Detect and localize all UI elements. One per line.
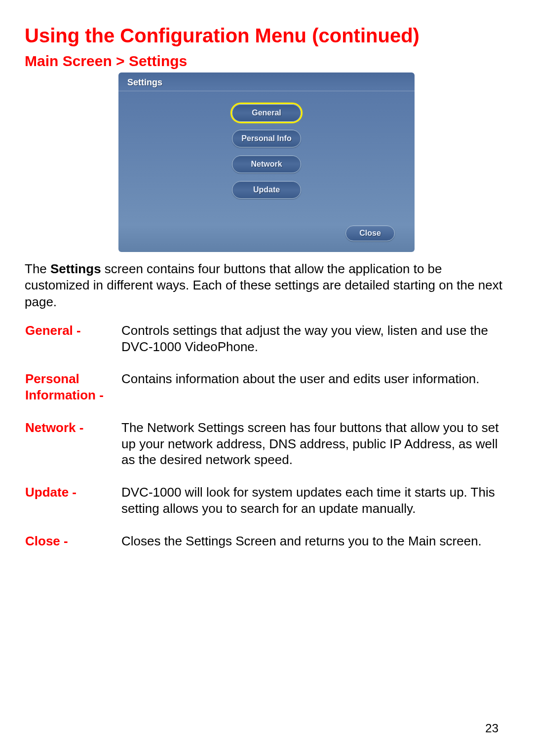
desc-label-close: Close - (25, 533, 121, 549)
desc-label-network: Network - (25, 419, 121, 484)
desc-row-update: Update - DVC-1000 will look for system u… (25, 484, 508, 533)
desc-text-network: The Network Settings screen has four but… (121, 419, 508, 484)
desc-text-close: Closes the Settings Screen and returns y… (121, 533, 508, 549)
descriptions-table: General - Controls settings that adjust … (25, 322, 508, 549)
settings-panel-header: Settings (118, 72, 415, 91)
update-button[interactable]: Update (232, 181, 301, 199)
intro-paragraph: The Settings screen contains four button… (25, 261, 508, 310)
network-button[interactable]: Network (232, 155, 301, 173)
desc-row-personal: Personal Information - Contains informat… (25, 370, 508, 419)
desc-text-general: Controls settings that adjust the way yo… (121, 322, 508, 371)
intro-bold: Settings (50, 261, 101, 276)
desc-label-personal: Personal Information - (25, 370, 121, 419)
settings-panel-footer: Close (118, 204, 415, 252)
desc-text-personal: Contains information about the user and … (121, 370, 508, 419)
desc-text-update: DVC-1000 will look for system updates ea… (121, 484, 508, 533)
desc-row-network: Network - The Network Settings screen ha… (25, 419, 508, 484)
page-title: Using the Configuration Menu (continued) (25, 25, 508, 47)
settings-panel: Settings General Personal Info Network U… (118, 72, 415, 252)
personal-info-button[interactable]: Personal Info (232, 130, 301, 147)
page-number: 23 (485, 721, 498, 735)
intro-pre: The (25, 261, 50, 276)
general-button[interactable]: General (232, 104, 301, 122)
desc-label-update: Update - (25, 484, 121, 533)
desc-label-general: General - (25, 322, 121, 371)
settings-panel-body: General Personal Info Network Update (118, 91, 415, 204)
desc-row-close: Close - Closes the Settings Screen and r… (25, 533, 508, 549)
breadcrumb-subtitle: Main Screen > Settings (25, 53, 508, 70)
desc-row-general: General - Controls settings that adjust … (25, 322, 508, 371)
close-button[interactable]: Close (345, 225, 395, 241)
